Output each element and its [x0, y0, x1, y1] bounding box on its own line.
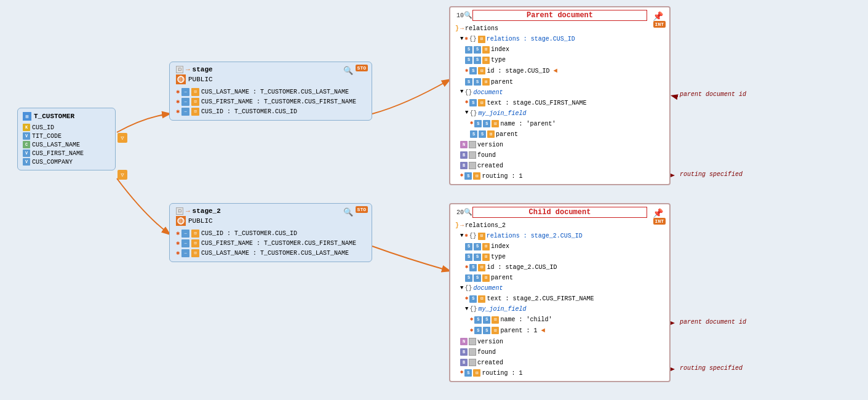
mapping-text: CUS_FIRST_NAME : T_CUSTOMER.CUS_FIRST_NA…: [201, 98, 356, 105]
e-icon3: [469, 151, 476, 159]
relations2-label: relations_2: [465, 221, 506, 230]
tree-id: ✱ S ⊡ id : stage.CUS_ID ◄: [465, 65, 666, 77]
found2-label: found: [477, 348, 496, 357]
parent-doc-title: Parent document: [472, 10, 647, 21]
e-icon: ⊡: [482, 78, 490, 86]
table-row: C CUS_LAST_NAME: [23, 140, 110, 149]
e-icon: ⊡: [478, 99, 485, 106]
tree-version2: N version: [460, 337, 666, 347]
star-c6: ✱: [460, 369, 463, 377]
tree-relations: } → relations: [455, 23, 666, 34]
pin-icon-bottom: 📌: [653, 208, 663, 218]
diagram-container: ⊞ T_CUSTOMER K CUS_ID V TIT_CODE C CUS_L…: [0, 0, 868, 400]
schema-icon-top: [176, 74, 186, 84]
tilde-icon: ~: [181, 230, 189, 238]
name2-label: name : 'child': [500, 315, 552, 324]
e-icon: ⊡: [478, 264, 485, 271]
e-icon: ⊡: [482, 46, 490, 54]
e-icon: ⊡: [473, 369, 480, 377]
s-icon: S: [474, 120, 482, 127]
tree-parent: S S ⊡ parent: [465, 77, 666, 87]
tilde-icon: ~: [181, 249, 189, 257]
curly-open: }: [455, 24, 459, 33]
s-icon: S: [470, 130, 477, 138]
col-name: CUS_ID: [32, 124, 54, 131]
star5: ✱: [460, 172, 463, 180]
search-icon-bottom[interactable]: 🔍: [343, 207, 353, 217]
star-c4: ✱: [470, 316, 473, 324]
expand-c2[interactable]: ▼: [460, 284, 463, 293]
filter-icon-top[interactable]: ▽: [117, 133, 127, 143]
key-icon: ⊡: [191, 98, 199, 106]
tree-type2: S S ⊡ type: [465, 252, 666, 262]
star2: ✱: [465, 67, 468, 76]
e-icon: ⊡: [492, 120, 499, 127]
stage-name-top: stage: [193, 66, 213, 73]
mapping-text: CUS_FIRST_NAME : T_CUSTOMER.CUS_FIRST_NA…: [201, 240, 356, 247]
star-icon: ✱: [176, 88, 180, 95]
tree-join-field: ▼ {} my_join_field: [465, 108, 666, 119]
search-icon-doc-top[interactable]: 🔍: [464, 11, 472, 19]
stage-doc-icon: □: [176, 66, 183, 73]
tilde-icon: ~: [181, 108, 189, 116]
id-arrow: ◄: [553, 66, 557, 76]
s-icon: S: [465, 254, 472, 261]
expand[interactable]: ▼: [460, 35, 463, 44]
tree-routing: ✱ S ⊡ routing : 1: [460, 171, 666, 182]
table-row: V CUS_COMPANY: [23, 158, 110, 166]
parent-label: parent: [491, 78, 513, 87]
tree-document: ▼ {} document: [460, 87, 666, 98]
expand2[interactable]: ▼: [460, 88, 463, 97]
child-doc-title: Child document: [472, 207, 647, 218]
tree-index: S S ⊡ index: [465, 44, 666, 55]
relation-node2-label: relations : stage_2.CUS_ID: [487, 231, 583, 241]
s-icon: S: [474, 46, 481, 54]
s-icon: S: [474, 57, 481, 64]
child-doc-panel: 20 🔍 Child document 📌 INT } → relations_…: [449, 203, 671, 382]
expand3[interactable]: ▼: [465, 109, 468, 118]
search-icon-doc-bottom[interactable]: 🔍: [464, 208, 472, 216]
curly2: {}: [469, 34, 477, 44]
tilde-icon: ~: [181, 98, 189, 106]
stage-header-top: □ → stage: [176, 66, 365, 73]
col-name: CUS_COMPANY: [32, 159, 73, 166]
svg-marker-2: [671, 367, 675, 371]
document2-label: document: [473, 284, 503, 293]
tree-version: N version: [460, 140, 666, 150]
expand-c1[interactable]: ▼: [460, 232, 463, 241]
text2-label: text : stage_2.CUS_FIRST_NAME: [487, 294, 594, 303]
e-icon: ⊡: [478, 36, 485, 43]
type2-label: type: [491, 252, 506, 262]
annotation-parent-doc-id-top: parent document id: [680, 91, 746, 98]
search-icon-top[interactable]: 🔍: [343, 66, 353, 76]
curly-open2: }: [455, 221, 459, 230]
tree-found: B found: [460, 150, 666, 161]
star4: ✱: [470, 119, 473, 128]
mapping-row: ✱ ~ ⊡ CUS_FIRST_NAME : T_CUSTOMER.CUS_FI…: [176, 97, 365, 106]
created-label: created: [477, 161, 503, 170]
s-icon: S: [469, 99, 477, 106]
expand-c3[interactable]: ▼: [465, 305, 468, 314]
v-icon: V: [23, 150, 30, 157]
c-icon: C: [23, 141, 30, 148]
mapping-text: CUS_LAST_NAME : T_CUSTOMER.CUS_LAST_NAME: [201, 89, 349, 95]
arrows-svg: [0, 0, 868, 400]
star: ✱: [464, 35, 468, 44]
name-label: name : 'parent': [500, 119, 555, 129]
s-icon: S: [469, 67, 477, 74]
text-label: text : stage.CUS_FIRST_NAME: [487, 98, 586, 108]
star-c2: ✱: [465, 263, 468, 272]
document-label: document: [473, 88, 503, 97]
version-label: version: [477, 140, 503, 150]
star-c1: ✱: [464, 232, 468, 241]
parent-doc-panel: 10 🔍 Parent document 📌 INT } → relations…: [449, 6, 671, 185]
tree-found2: B found: [460, 347, 666, 358]
filter-icon-bottom[interactable]: ▽: [117, 170, 127, 180]
s-icon: S: [483, 316, 490, 324]
stage-schema-top: PUBLIC: [176, 74, 365, 84]
join-field2-label: my_join_field: [478, 305, 526, 314]
v-icon: V: [23, 132, 30, 140]
svg-marker-1: [671, 321, 675, 325]
id-label: id : stage.CUS_ID: [487, 66, 549, 76]
n-icon: N: [460, 141, 468, 148]
